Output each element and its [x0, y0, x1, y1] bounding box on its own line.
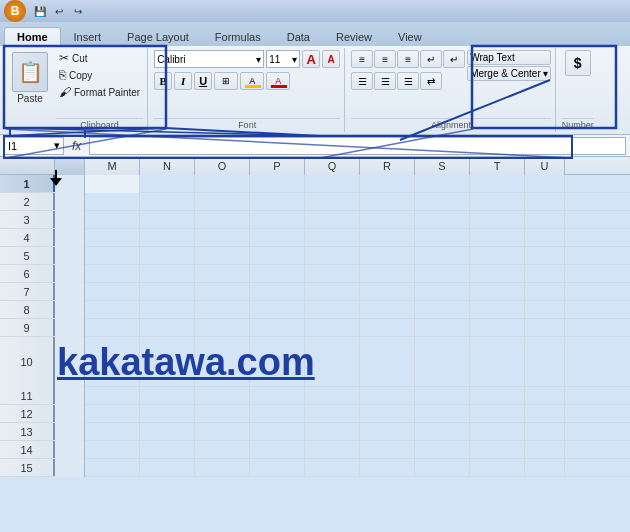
cell-T3[interactable] [470, 211, 525, 229]
fill-color-button[interactable]: A [240, 72, 264, 90]
format-painter-button[interactable]: 🖌 Format Painter [56, 84, 143, 100]
cell-T12[interactable] [470, 405, 525, 423]
name-box[interactable]: I1 ▾ [4, 137, 64, 155]
cell-N2[interactable] [140, 193, 195, 211]
cell-T10[interactable] [470, 337, 525, 387]
col-header-L[interactable] [55, 157, 85, 175]
cell-O4[interactable] [195, 229, 250, 247]
cell-M2[interactable] [85, 193, 140, 211]
tab-insert[interactable]: Insert [61, 27, 115, 46]
cell-R6[interactable] [360, 265, 415, 283]
cell-R8[interactable] [360, 301, 415, 319]
cell-U8[interactable] [525, 301, 565, 319]
row-header-8[interactable]: 8 [0, 301, 55, 318]
save-quick-btn[interactable]: 💾 [32, 3, 48, 19]
row-header-9[interactable]: 9 [0, 319, 55, 336]
cell-Q9[interactable] [305, 319, 360, 337]
cell-S8[interactable] [415, 301, 470, 319]
cell-S4[interactable] [415, 229, 470, 247]
cell-S1[interactable] [415, 175, 470, 193]
cell-Q5[interactable] [305, 247, 360, 265]
cell-L8[interactable] [55, 301, 85, 319]
cell-S9[interactable] [415, 319, 470, 337]
col-header-Q[interactable]: Q [305, 157, 360, 175]
col-header-M[interactable]: M [85, 157, 140, 175]
tab-home[interactable]: Home [4, 27, 61, 46]
cell-U12[interactable] [525, 405, 565, 423]
cell-P3[interactable] [250, 211, 305, 229]
cell-Q11[interactable] [305, 387, 360, 405]
cell-P11[interactable] [250, 387, 305, 405]
col-header-U[interactable]: U [525, 157, 565, 175]
cell-U14[interactable] [525, 441, 565, 459]
row-header-5[interactable]: 5 [0, 247, 55, 264]
cell-T15[interactable] [470, 459, 525, 477]
cell-S2[interactable] [415, 193, 470, 211]
align-top-right-button[interactable]: ≡ [397, 50, 419, 68]
redo-quick-btn[interactable]: ↪ [70, 3, 86, 19]
cell-R11[interactable] [360, 387, 415, 405]
align-left-button[interactable]: ☰ [351, 72, 373, 90]
cell-O9[interactable] [195, 319, 250, 337]
cell-T6[interactable] [470, 265, 525, 283]
row-header-6[interactable]: 6 [0, 265, 55, 282]
cell-R1[interactable] [360, 175, 415, 193]
row-header-12[interactable]: 12 [0, 405, 55, 422]
cell-O11[interactable] [195, 387, 250, 405]
cell-M7[interactable] [85, 283, 140, 301]
row-header-10[interactable]: 10 [0, 337, 55, 387]
cell-R9[interactable] [360, 319, 415, 337]
cell-U13[interactable] [525, 423, 565, 441]
row-header-1[interactable]: 1 [0, 175, 55, 192]
cell-L6[interactable] [55, 265, 85, 283]
cell-N7[interactable] [140, 283, 195, 301]
tab-view[interactable]: View [385, 27, 435, 46]
cell-O1[interactable] [195, 175, 250, 193]
cell-L13[interactable] [55, 423, 85, 441]
cell-N5[interactable] [140, 247, 195, 265]
font-name-dropdown[interactable]: Calibri ▾ [154, 50, 264, 68]
cell-L9[interactable] [55, 319, 85, 337]
cell-T1[interactable] [470, 175, 525, 193]
cell-R13[interactable] [360, 423, 415, 441]
dollar-sign-button[interactable]: $ [565, 50, 591, 76]
cell-P13[interactable] [250, 423, 305, 441]
rtl-button[interactable]: ⇄ [420, 72, 442, 90]
cell-T8[interactable] [470, 301, 525, 319]
cell-Q13[interactable] [305, 423, 360, 441]
cell-O15[interactable] [195, 459, 250, 477]
cell-P1[interactable] [250, 175, 305, 193]
cell-P9[interactable] [250, 319, 305, 337]
cell-T11[interactable] [470, 387, 525, 405]
tab-formulas[interactable]: Formulas [202, 27, 274, 46]
cell-M3[interactable] [85, 211, 140, 229]
cell-O14[interactable] [195, 441, 250, 459]
cell-P12[interactable] [250, 405, 305, 423]
cell-N6[interactable] [140, 265, 195, 283]
cell-T13[interactable] [470, 423, 525, 441]
row-header-4[interactable]: 4 [0, 229, 55, 246]
cell-N12[interactable] [140, 405, 195, 423]
border-button[interactable]: ⊞ [214, 72, 238, 90]
row-header-2[interactable]: 2 [0, 193, 55, 210]
cell-N4[interactable] [140, 229, 195, 247]
cell-M12[interactable] [85, 405, 140, 423]
cell-T14[interactable] [470, 441, 525, 459]
cell-S11[interactable] [415, 387, 470, 405]
cell-U2[interactable] [525, 193, 565, 211]
cell-U11[interactable] [525, 387, 565, 405]
font-size-dropdown[interactable]: 11 ▾ [266, 50, 300, 68]
shrink-font-button[interactable]: A [322, 50, 340, 68]
copy-button[interactable]: ⎘ Copy [56, 67, 143, 83]
cell-R7[interactable] [360, 283, 415, 301]
cell-S12[interactable] [415, 405, 470, 423]
align-right-button[interactable]: ☰ [397, 72, 419, 90]
cell-L5[interactable] [55, 247, 85, 265]
cell-U7[interactable] [525, 283, 565, 301]
cell-P6[interactable] [250, 265, 305, 283]
cell-S6[interactable] [415, 265, 470, 283]
cell-S7[interactable] [415, 283, 470, 301]
cell-U9[interactable] [525, 319, 565, 337]
cell-M4[interactable] [85, 229, 140, 247]
cell-M8[interactable] [85, 301, 140, 319]
